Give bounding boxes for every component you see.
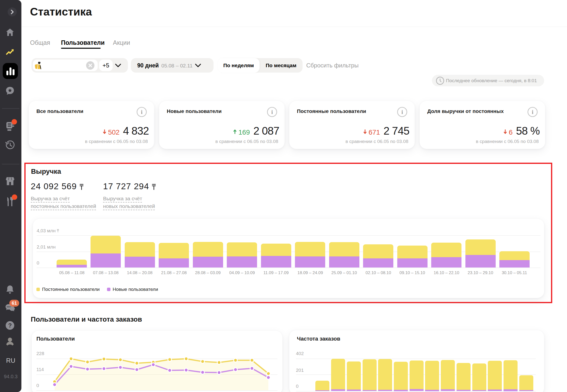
svg-text:i: i <box>141 109 143 115</box>
svg-text:?: ? <box>8 322 12 329</box>
svg-text:i: i <box>401 109 403 115</box>
svg-text:i: i <box>532 109 534 115</box>
svg-text:i: i <box>271 109 273 115</box>
